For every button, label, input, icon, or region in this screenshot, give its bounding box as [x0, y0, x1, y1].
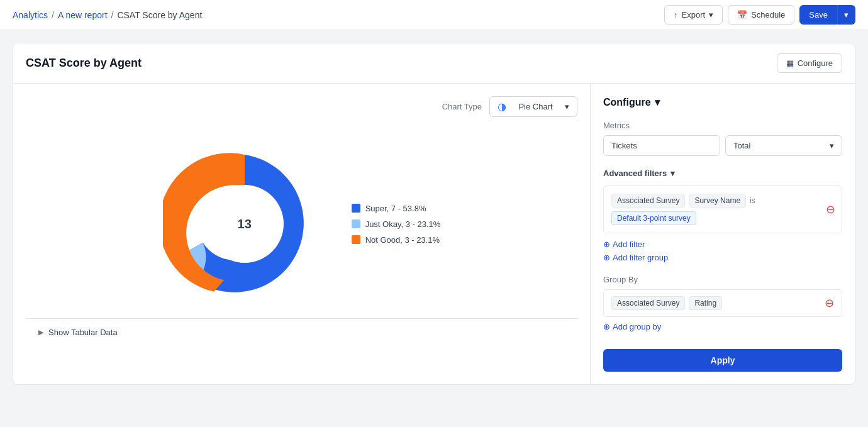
legend-color-not-good [352, 235, 360, 244]
report-container: CSAT Score by Agent ▦ Configure Chart Ty… [13, 43, 855, 385]
configure-panel-title: Configure [603, 97, 651, 108]
save-main-button[interactable]: Save [799, 5, 837, 25]
chart-type-row: Chart Type ◑ Pie Chart ▾ [26, 96, 577, 117]
breadcrumb-sep-1: / [52, 10, 54, 20]
add-group-by-plus-icon: ⊕ [603, 322, 610, 331]
filter-tag-associated-survey: Associated Survey [611, 194, 685, 208]
schedule-button[interactable]: 📅 Schedule [728, 5, 794, 25]
advanced-filters-chevron-icon: ▾ [670, 169, 675, 178]
add-group-by-link[interactable]: ⊕ Add group by [603, 322, 842, 331]
filter-is-text: is [750, 196, 755, 205]
export-chevron-icon: ▾ [709, 10, 713, 19]
breadcrumb-sep-2: / [111, 10, 114, 20]
advanced-filters-label: Advanced filters [603, 169, 667, 178]
add-filter-label: Add filter [613, 240, 645, 249]
save-button-group: Save ▾ [799, 5, 855, 25]
report-body: Chart Type ◑ Pie Chart ▾ [13, 84, 855, 384]
tabular-data-label: Show Tabular Data [48, 328, 118, 337]
legend-label-not-good: Not Good, 3 - 23.1% [365, 235, 440, 245]
chart-area: Chart Type ◑ Pie Chart ▾ [13, 84, 591, 384]
add-filter-link[interactable]: ⊕ Add filter [603, 240, 842, 249]
group-by-tag-rating: Rating [689, 296, 722, 310]
group-by-tag-associated-survey: Associated Survey [611, 296, 685, 310]
configure-button[interactable]: ▦ Configure [777, 53, 842, 73]
export-button[interactable]: ↑ Export ▾ [664, 5, 723, 25]
group-by-remove-button[interactable]: ⊖ [825, 297, 834, 309]
legend-label-super: Super, 7 - 53.8% [365, 204, 426, 213]
save-chevron-button[interactable]: ▾ [837, 5, 855, 25]
export-icon: ↑ [674, 10, 678, 19]
group-by-tags: Associated Survey Rating [611, 296, 722, 310]
report-title: CSAT Score by Agent [26, 57, 142, 70]
chart-type-label: Chart Type [442, 102, 482, 111]
add-filter-group-label: Add filter group [613, 253, 668, 262]
configure-panel-chevron-icon: ▾ [655, 96, 660, 108]
pie-chart-icon: ◑ [498, 101, 506, 113]
chart-legend: Super, 7 - 53.8% Just Okay, 3 - 23.1% No… [352, 204, 441, 245]
metrics-label: Metrics [603, 121, 842, 130]
breadcrumb: Analytics / A new report / CSAT Score by… [13, 10, 202, 20]
breadcrumb-analytics[interactable]: Analytics [13, 10, 48, 20]
advanced-filters-header[interactable]: Advanced filters ▾ [603, 169, 842, 178]
donut-center-value: 13 [238, 217, 252, 231]
metrics-type: Total [733, 141, 750, 150]
nav-actions: ↑ Export ▾ 📅 Schedule Save ▾ [664, 5, 855, 25]
main-content: CSAT Score by Agent ▦ Configure Chart Ty… [0, 30, 868, 397]
filter-tag-value: Default 3-point survey [611, 211, 696, 225]
breadcrumb-new-report[interactable]: A new report [58, 10, 108, 20]
legend-item-super: Super, 7 - 53.8% [352, 204, 441, 213]
donut-chart: 13 [163, 142, 326, 306]
legend-item-not-good: Not Good, 3 - 23.1% [352, 235, 441, 245]
report-header: CSAT Score by Agent ▦ Configure [13, 43, 855, 84]
filter-remove-button[interactable]: ⊖ [826, 204, 835, 215]
chart-wrapper: 13 Super, 7 - 53.8% Just Okay, 3 - 23.1% [26, 130, 577, 318]
configure-icon: ▦ [786, 58, 794, 68]
apply-button[interactable]: Apply [603, 349, 842, 372]
filter-tag-survey-name: Survey Name [689, 194, 746, 208]
metrics-section: Metrics Tickets Total ▾ [603, 121, 842, 156]
tabular-data-section[interactable]: ▶ Show Tabular Data [26, 318, 577, 346]
chart-type-chevron-icon: ▾ [565, 102, 569, 111]
filter-group-box: Associated Survey Survey Name is Default… [603, 186, 842, 233]
metrics-type-select[interactable]: Total ▾ [725, 135, 842, 156]
group-by-label: Group by [603, 275, 842, 284]
top-nav: Analytics / A new report / CSAT Score by… [0, 0, 868, 30]
metrics-type-chevron-icon: ▾ [830, 141, 834, 150]
group-by-box: Associated Survey Rating ⊖ [603, 289, 842, 317]
metrics-value: Tickets [611, 141, 637, 150]
add-filter-group-link[interactable]: ⊕ Add filter group [603, 253, 842, 262]
breadcrumb-current: CSAT Score by Agent [117, 10, 202, 20]
configure-panel: Configure ▾ Metrics Tickets Total ▾ [591, 84, 855, 384]
add-filter-plus-icon: ⊕ [603, 240, 610, 249]
metrics-row: Tickets Total ▾ [603, 135, 842, 156]
filter-tags: Associated Survey Survey Name is Default… [611, 194, 834, 225]
legend-color-just-okay [352, 219, 360, 228]
tabular-chevron-icon: ▶ [38, 328, 43, 336]
group-by-section: Group by Associated Survey Rating ⊖ ⊕ Ad… [603, 275, 842, 331]
legend-label-just-okay: Just Okay, 3 - 23.1% [365, 219, 441, 229]
legend-color-super [352, 204, 360, 213]
add-group-by-label: Add group by [613, 322, 661, 331]
advanced-filters-section: Advanced filters ▾ Associated Survey Sur… [603, 169, 842, 262]
chart-type-value: Pie Chart [518, 102, 552, 111]
legend-item-just-okay: Just Okay, 3 - 23.1% [352, 219, 441, 229]
configure-panel-header: Configure ▾ [603, 96, 842, 108]
metrics-value-select[interactable]: Tickets [603, 135, 720, 156]
calendar-icon: 📅 [737, 10, 747, 19]
add-filter-group-plus-icon: ⊕ [603, 253, 610, 262]
chart-type-select[interactable]: ◑ Pie Chart ▾ [489, 96, 577, 117]
